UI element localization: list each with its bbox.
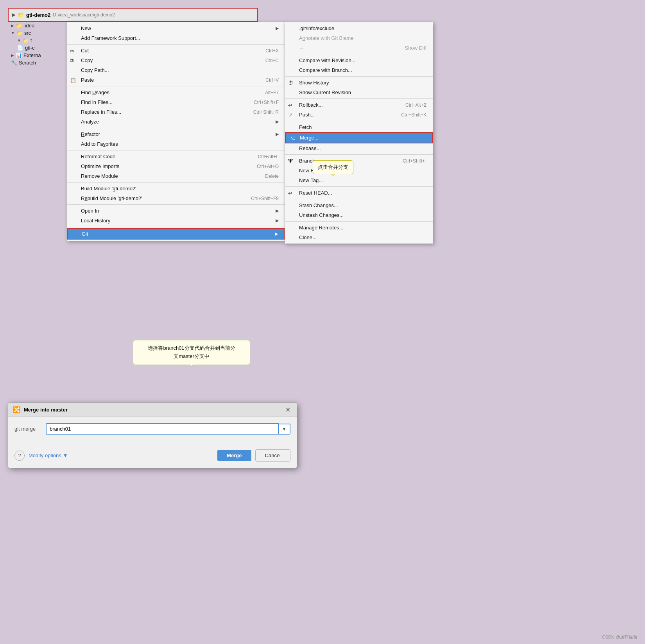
menu-item-compare-branch[interactable]: Compare with Branch... — [285, 65, 433, 75]
tree-item-external[interactable]: ▶ 📊 Externa — [8, 52, 66, 59]
menu-label-git-exclude: .git/info/exclude — [299, 25, 334, 31]
separator-1 — [67, 44, 285, 45]
menu-item-unstash-changes[interactable]: Unstash Changes... — [285, 210, 433, 220]
scratch-icon: 🔧 — [11, 60, 17, 66]
menu-item-find-usages[interactable]: Find Usages Alt+F7 — [67, 88, 285, 97]
branches-icon: 𝚿 — [288, 158, 293, 164]
tree-item-src[interactable]: ▼ 📁 src — [8, 29, 66, 37]
menu-label-find-usages: Find Usages — [81, 89, 109, 95]
modify-options-label: Modify options — [29, 453, 61, 458]
tree-item-scratch[interactable]: 🔧 Scratch — [8, 59, 66, 66]
menu-label-cut: Cut — [81, 48, 89, 54]
shortcut-find-usages: Alt+F7 — [265, 90, 279, 95]
menu-item-cut[interactable]: ✂ Cut Ctrl+X — [67, 46, 285, 55]
menu-label-show-diff: Show Diff — [405, 45, 426, 51]
dialog-close-button[interactable]: ✕ — [284, 406, 292, 413]
tooltip-branch-hint: 选择将branch01分支代码合并到当前分 支master分支中 — [133, 340, 250, 365]
menu-item-reformat-code[interactable]: Reformat Code Ctrl+Alt+L — [67, 152, 285, 161]
menu-item-new-tag[interactable]: New Tag... — [285, 175, 433, 185]
tree-item-idea[interactable]: ▶ 📁 .idea — [8, 22, 66, 29]
dialog-actions: ? Modify options ▼ Merge Cancel — [8, 446, 297, 468]
menu-label-refactor: Refactor — [81, 131, 100, 137]
menu-item-find-in-files[interactable]: Find in Files... Ctrl+Shift+F — [67, 97, 285, 107]
menu-item-open-in[interactable]: Open In ▶ — [67, 206, 285, 216]
separator-git-4 — [285, 121, 433, 121]
menu-item-git-exclude[interactable]: .git/info/exclude — [285, 23, 433, 33]
menu-item-stash-changes[interactable]: Stash Changes... — [285, 200, 433, 210]
external-arrow-icon: ▶ — [11, 53, 14, 57]
separator-4 — [67, 150, 285, 150]
menu-label-add-to-favorites: Add to Favorites — [81, 141, 118, 147]
menu-label-analyze: Analyze — [81, 119, 99, 125]
menu-item-merge[interactable]: ⌥ Merge... — [286, 133, 432, 143]
modify-options-button[interactable]: Modify options ▼ — [29, 453, 68, 458]
tree-item-t[interactable]: ▼ 📁 t — [8, 37, 66, 44]
external-icon: 📊 — [16, 52, 22, 58]
shortcut-find-in-files: Ctrl+Shift+F — [254, 100, 279, 105]
merge-item-wrapper: ⌥ Merge... — [285, 132, 433, 143]
rollback-icon: ↩ — [288, 102, 292, 108]
menu-item-local-history[interactable]: Local History ▶ — [67, 216, 285, 225]
menu-item-paste[interactable]: 📋 Paste Ctrl+V — [67, 75, 285, 85]
collapse-icon-src: ▼ — [11, 31, 15, 35]
menu-item-clone[interactable]: Clone... — [285, 233, 433, 242]
menu-item-remove-module[interactable]: Remove Module Delete — [67, 171, 285, 181]
file-icon: 📄 — [17, 45, 23, 51]
menu-item-rollback[interactable]: ↩ Rollback... Ctrl+Alt+Z — [285, 100, 433, 110]
separator-git-7 — [285, 199, 433, 199]
tree-label-src: src — [24, 30, 31, 36]
branch-dropdown-button[interactable]: ▼ — [279, 424, 290, 435]
menu-label-fetch: Fetch — [299, 124, 312, 130]
menu-item-fetch[interactable]: Fetch — [285, 122, 433, 132]
submenu-arrow-refactor: ▶ — [276, 132, 279, 137]
menu-item-copy-path[interactable]: Copy Path... — [67, 65, 285, 75]
collapse-icon-t: ▼ — [17, 38, 21, 43]
menu-item-copy[interactable]: ⧉ Copy Ctrl+C — [67, 55, 285, 65]
menu-item-rebuild-module[interactable]: Rebuild Module 'gti-demo2' Ctrl+Shift+F9 — [67, 193, 285, 203]
menu-item-show-history[interactable]: ⏱ Show History — [285, 78, 433, 88]
menu-item-manage-remotes[interactable]: Manage Remotes... — [285, 223, 433, 233]
menu-label-copy: Copy — [81, 57, 93, 63]
branch-dropdown-wrapper: ▼ — [46, 423, 290, 435]
menu-item-add-to-favorites[interactable]: Add to Favorites — [67, 139, 285, 149]
menu-item-analyze[interactable]: Analyze ▶ — [67, 117, 285, 127]
menu-item-branches[interactable]: 𝚿 Branches... Ctrl+Shift+` — [285, 156, 433, 166]
menu-item-optimize-imports[interactable]: Optimize Imports Ctrl+Alt+O — [67, 161, 285, 171]
menu-label-annotate: Annotate with Git Blame — [299, 35, 353, 41]
tree-item-gtic[interactable]: 📄 gti-c — [8, 44, 66, 52]
merge-button[interactable]: Merge — [217, 450, 251, 461]
dialog-label-git-merge: git merge — [14, 426, 46, 432]
tree-label-gtic: gti-c — [25, 45, 35, 51]
menu-label-git: Git — [82, 231, 88, 237]
menu-item-add-framework[interactable]: Add Framework Support... — [67, 33, 285, 43]
menu-label-local-history: Local History — [81, 218, 110, 224]
help-button[interactable]: ? — [14, 451, 25, 461]
menu-item-replace-in-files[interactable]: Replace in Files... Ctrl+Shift+R — [67, 107, 285, 117]
menu-label-show-history: Show History — [299, 80, 329, 86]
menu-item-git[interactable]: Git ▶ — [68, 229, 284, 239]
menu-item-push[interactable]: ↗ Push... Ctrl+Shift+K — [285, 110, 433, 120]
branch-input[interactable] — [46, 423, 279, 435]
project-tree: ▶ 📁 .idea ▼ 📁 src ▼ 📁 t 📄 gti-c ▶ 📊 Exte… — [8, 22, 66, 66]
dialog-title-text: Merge into master — [24, 407, 284, 413]
menu-label-copy-path: Copy Path... — [81, 67, 109, 73]
menu-label-compare-revision: Compare with Revision... — [299, 57, 356, 63]
menu-item-refactor[interactable]: Refactor ▶ — [67, 129, 285, 139]
menu-item-build-module[interactable]: Build Module 'gti-demo2' — [67, 184, 285, 193]
tooltip-merge-text: 点击合并分支 — [318, 164, 348, 170]
menu-label-reset-head: Reset HEAD... — [299, 190, 332, 196]
separator-git-3 — [285, 98, 433, 99]
menu-item-new[interactable]: New ▶ — [67, 23, 285, 33]
tooltip-merge-hint: 点击合并分支 — [313, 160, 353, 174]
menu-item-compare-revision[interactable]: Compare with Revision... — [285, 55, 433, 65]
menu-label-replace-in-files: Replace in Files... — [81, 109, 121, 115]
menu-label-optimize-imports: Optimize Imports — [81, 163, 119, 169]
cancel-button[interactable]: Cancel — [255, 449, 290, 462]
menu-item-reset-head[interactable]: ↩ Reset HEAD... — [285, 188, 433, 198]
menu-item-new-branch[interactable]: New Branch... — [285, 166, 433, 175]
separator-5 — [67, 182, 285, 182]
menu-item-rebase[interactable]: Rebase... — [285, 143, 433, 153]
menu-label-rebase: Rebase... — [299, 145, 321, 151]
menu-item-show-current-revision[interactable]: Show Current Revision — [285, 88, 433, 97]
menu-label-paste: Paste — [81, 77, 94, 83]
